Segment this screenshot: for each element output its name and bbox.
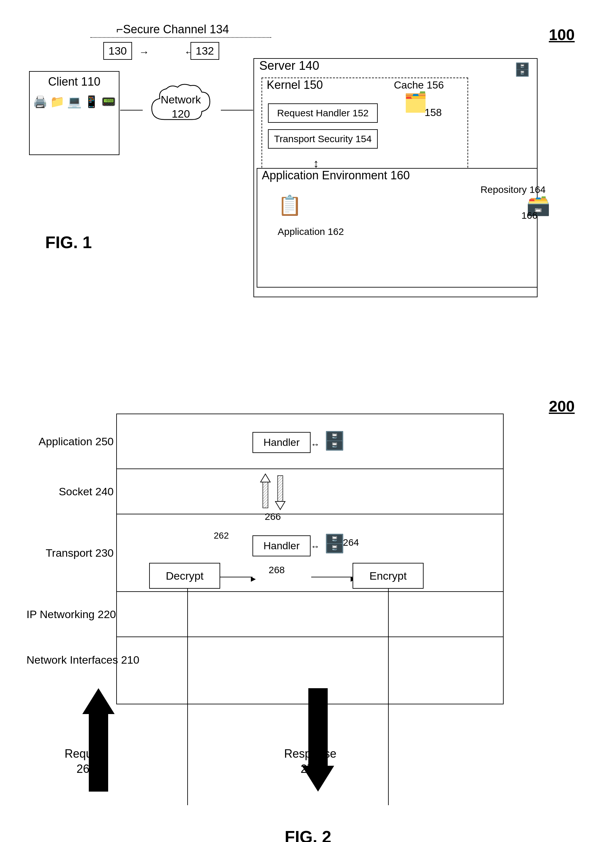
client-box: Client 110 🖨️ 📁 💻 📱 📟 (29, 71, 119, 155)
cache-number: 158 (425, 107, 441, 119)
layers-area: Application 250 Handler 🗄️ ↔ Socket 240 (116, 414, 504, 704)
connector-network-server (221, 110, 253, 110)
arrow-box-132: 132 (191, 42, 219, 60)
transport-handler-box: Handler (252, 535, 311, 556)
device-icon-5: 📟 (101, 95, 116, 109)
repo-label: Repository 164 (480, 184, 546, 195)
app-env-label: Application Environment 160 (257, 165, 414, 182)
label-264: 264 (343, 537, 359, 548)
fig2-number: 200 (549, 397, 575, 415)
arrow-262-head: ▶ (251, 575, 256, 583)
layer-transport: Transport 230 262 ▶ Handler 🗄️ ↔ 264 (117, 514, 503, 592)
arrow-268-line (311, 577, 353, 577)
app-db-arrow-icon: ↔ (311, 439, 320, 450)
arrow-268-label: 268 (268, 564, 285, 575)
layer-network-if: Network Interfaces 210 (117, 637, 503, 682)
kernel-label: Kernel 150 (262, 76, 327, 91)
hatched-arrow-down-svg (274, 472, 287, 511)
device-icon-1: 🖨️ (33, 95, 47, 109)
response-label: Response 270 (284, 746, 336, 777)
cache-icon: 🗂️ (403, 91, 428, 113)
layer-ip: IP Networking 220 (117, 592, 503, 637)
svg-marker-4 (276, 501, 285, 510)
network-cloud: Network 120 (142, 74, 220, 139)
encrypt-box: Encrypt (352, 563, 424, 589)
svg-rect-3 (278, 476, 283, 501)
layer-application: Application 250 Handler 🗄️ ↔ (117, 414, 503, 469)
request-label: Request 260 (65, 746, 108, 777)
layer-socket: Socket 240 (117, 469, 503, 514)
device-icon-4: 📱 (84, 95, 99, 109)
fig2-section: 200 Application 250 Handler 🗄️ ↔ Socket … (19, 394, 597, 842)
secure-channel-label: ⌐Secure Channel 134 (116, 23, 229, 36)
app-162-icon: 📋 (278, 194, 302, 217)
arrow-right-icon: → (139, 46, 149, 58)
app-handler-box: Handler (252, 432, 311, 453)
transport-db-icon: 🗄️ (324, 533, 346, 554)
secure-channel-line (90, 37, 271, 38)
request-arrow-head (82, 688, 114, 714)
layer-application-label: Application 250 (26, 435, 114, 448)
page: 100 ⌐Secure Channel 134 130 → ← 132 Clie… (0, 0, 616, 842)
app-162-label: Application 162 (278, 226, 344, 237)
arrow-262-line (220, 577, 252, 577)
transport-db-arrow-icon: ↔ (311, 542, 320, 552)
app-db-icon: 🗄️ (324, 431, 346, 451)
device-icon-3: 💻 (67, 95, 82, 109)
layer-transport-label: Transport 230 (26, 547, 114, 559)
cache-label: Cache 156 (394, 79, 444, 91)
fig1-number: 100 (549, 26, 575, 44)
layer-socket-label: Socket 240 (26, 485, 114, 498)
device-icon-2: 📁 (50, 95, 65, 109)
arrow-box-130: 130 (103, 42, 132, 60)
fig2-label: FIG. 2 (19, 827, 597, 842)
network-label: Network 120 (161, 93, 201, 121)
fig1-label: FIG. 1 (45, 233, 92, 252)
decrypt-box: Decrypt (149, 563, 220, 589)
svg-rect-2 (263, 482, 268, 508)
hatched-arrow-svg (259, 472, 272, 511)
client-label: Client 110 (48, 75, 100, 88)
svg-marker-1 (261, 474, 270, 482)
request-handler-box: Request Handler 152 (268, 103, 378, 123)
layer-ip-label: IP Networking 220 (26, 608, 114, 621)
repo-number: 166 (521, 210, 538, 221)
server-icon: 🗄️ (514, 62, 531, 77)
connector-client-network (120, 110, 143, 110)
layer-network-if-label: Network Interfaces 210 (26, 654, 114, 666)
transport-security-box: Transport Security 154 (268, 129, 378, 148)
arrow-262-label: 262 (214, 530, 229, 541)
fig1-diagram: 100 ⌐Secure Channel 134 130 → ← 132 Clie… (19, 13, 600, 368)
server-label: Server 140 (254, 56, 324, 72)
client-icons: 🖨️ 📁 💻 📱 📟 (33, 95, 116, 109)
fig2-diagram: 200 Application 250 Handler 🗄️ ↔ Socket … (19, 394, 600, 814)
